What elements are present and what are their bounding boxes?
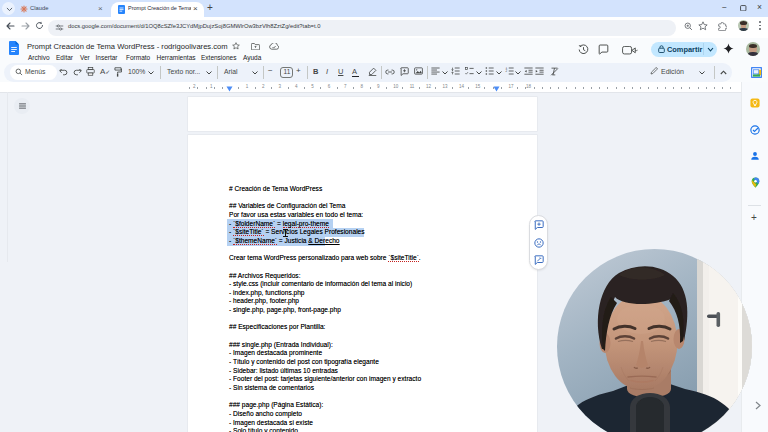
svg-text:2: 2 [505, 69, 507, 73]
